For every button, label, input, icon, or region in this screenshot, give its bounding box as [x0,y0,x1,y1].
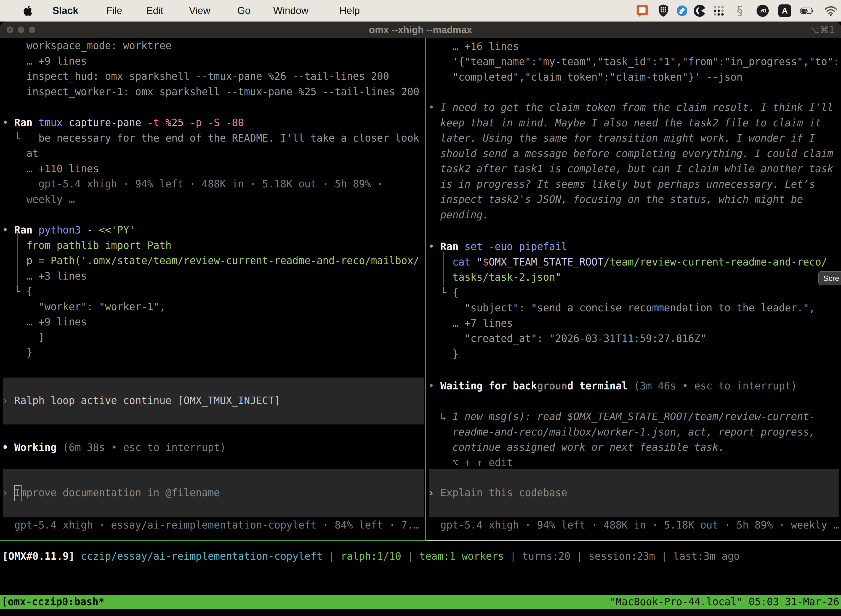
menu-item-file[interactable]: File [106,0,122,22]
terminal-line: • I need to get the claim token from the… [428,100,833,115]
terminal-line: … +110 lines [2,161,99,177]
terminal-line: is in progress? It seems likely but perh… [428,177,815,192]
terminal-line: › Explain this codebase [428,485,567,501]
terminal-line: … +9 lines [2,314,87,330]
window-title: omx --xhigh --madmax [0,22,841,38]
terminal-line: … +9 lines [2,54,87,69]
terminal-line: inspect_hud: omx sparkshell --tmux-pane … [2,69,389,84]
terminal-line: } [2,345,32,361]
menu-item-view[interactable]: View [189,0,210,22]
terminal-line: ↳ 1 new msg(s): read $OMX_TEAM_STATE_ROO… [428,409,815,424]
terminal-line: ] [2,330,44,345]
terminal-line: • Ran set -euo pipefail [428,239,567,254]
squiggle-icon[interactable]: § [733,4,746,18]
terminal-line: • Waiting for background terminal (3m 46… [428,378,797,394]
gauge-61-icon[interactable]: ..61 [756,4,769,18]
left-terminal-pane: workspace_mode: worktree … +9 lines insp… [0,38,425,540]
terminal-line: … +16 lines [428,39,519,54]
verified-badge-icon[interactable] [675,4,689,18]
terminal-line: "created_at": "2026-03-31T11:59:27.816Z" [428,331,706,346]
terminal-line: at [2,146,38,161]
window-shortcut: ⌥⌘1 [809,22,835,38]
menu-bar: SlackFileEditViewGoWindowHelp §..61A [0,0,841,22]
terminal-line: from pathlib import Path [2,238,171,253]
terminal-line: • Ran tmux capture-pane -t %25 -p -S -80 [2,115,244,131]
terminal-line: "worker": "worker-1", [2,299,166,315]
terminal-line: "subject": "send a concise recommendatio… [428,300,815,316]
tmux-session-label: [omx-cczip0:bash* [1,595,104,609]
terminal-line: • Ran python3 - <<'PY' [2,223,135,238]
tmux-status-bar: [omx-cczip0:bash* "MacBook-Pro-44.local"… [0,595,841,609]
chat-bubble-icon[interactable] [636,4,649,18]
apple-logo-icon[interactable] [23,5,32,18]
terminal-line: tasks/task-2.json" [428,270,561,285]
menu-item-edit[interactable]: Edit [146,0,163,22]
pane-divider-horizontal[interactable] [426,540,841,541]
dots-grid-icon[interactable] [712,4,725,18]
terminal-line: workspace_mode: worktree [2,38,171,54]
menu-item-go[interactable]: Go [237,0,251,22]
terminal-line: weekly … [2,192,75,207]
terminal-line: cat "$OMX_TEAM_STATE_ROOT/team/review-cu… [428,254,827,270]
terminal-line: └ { [428,285,459,301]
terminal-line: └ be necessary for the end of the README… [2,131,419,146]
window-title-bar[interactable]: omx --xhigh --madmax ⌥⌘1 [0,22,841,38]
terminal-window: omx --xhigh --madmax ⌥⌘1 workspace_mode:… [0,22,841,616]
terminal-line: … +3 lines [2,268,87,284]
terminal-line: "completed","claim_token":"claim-token"}… [428,70,743,85]
terminal-line: gpt-5.4 xhigh · 94% left · 488K in · 5.1… [2,176,383,192]
battery-charging-icon[interactable] [800,4,814,18]
terminal-line: [OMX#0.11.9] cczip/essay/ai-reimplementa… [2,549,740,564]
terminal-line: └ { [2,284,32,299]
terminal-line: readme-and-reco/mailbox/worker-1.json, a… [428,424,815,440]
shield-grid-icon[interactable] [657,4,670,18]
terminal-line: gpt-5.4 xhigh · essay/ai-reimplementatio… [2,518,419,533]
terminal-line: gpt-5.4 xhigh · 94% left · 488K in · 5.1… [428,518,840,533]
terminal-line: pending. [428,207,489,223]
pane-divider-horizontal-active[interactable] [0,540,426,541]
input-a-icon[interactable]: A [778,4,791,18]
text-cursor [14,485,22,501]
terminal-line: continue assigned work or next feasible … [428,440,725,455]
terminal-line: › Improve documentation in @filename [2,485,220,501]
terminal-line: inspect_worker-1: omx sparkshell --tmux-… [2,84,419,100]
terminal-line: '{"team_name":"my-team","task_id":"1","f… [428,54,840,70]
terminal-line: • Working (6m 38s • esc to interrupt) [2,440,226,455]
terminal-line: p = Path('.omx/state/team/review-current… [2,253,419,268]
hud-status-pane: [OMX#0.11.9] cczip/essay/ai-reimplementa… [0,541,841,595]
terminal-line: › Ralph loop active continue [OMX_TMUX_I… [2,393,280,408]
menu-item-help[interactable]: Help [339,0,360,22]
pane-divider-vertical[interactable] [425,38,426,540]
terminal-line: inspect task2's JSON, focusing on the st… [428,192,803,207]
menu-item-slack[interactable]: Slack [53,0,78,22]
terminal-line: ⌥ + ↑ edit [428,455,513,471]
terminal-line: … +7 lines [428,316,513,331]
terminal-line: later. Using the same for transition mig… [428,131,815,146]
terminal-line: should send a message before completing … [428,146,833,161]
wifi-icon[interactable] [824,4,837,18]
right-terminal-pane: … +16 lines '{"team_name":"my-team","tas… [425,38,841,540]
tmux-host-clock: "MacBook-Pro-44.local" 05:03 31-Mar-26 [610,595,840,609]
menu-item-window[interactable]: Window [273,0,308,22]
terminal-line: } [428,346,459,362]
circle-crescent-icon[interactable] [693,4,706,18]
screen-tooltip: Scre [818,271,841,285]
terminal-line: task2 after task1 is complete, but can I… [428,161,833,177]
terminal-line: keep that in mind. Maybe I also need the… [428,115,821,131]
